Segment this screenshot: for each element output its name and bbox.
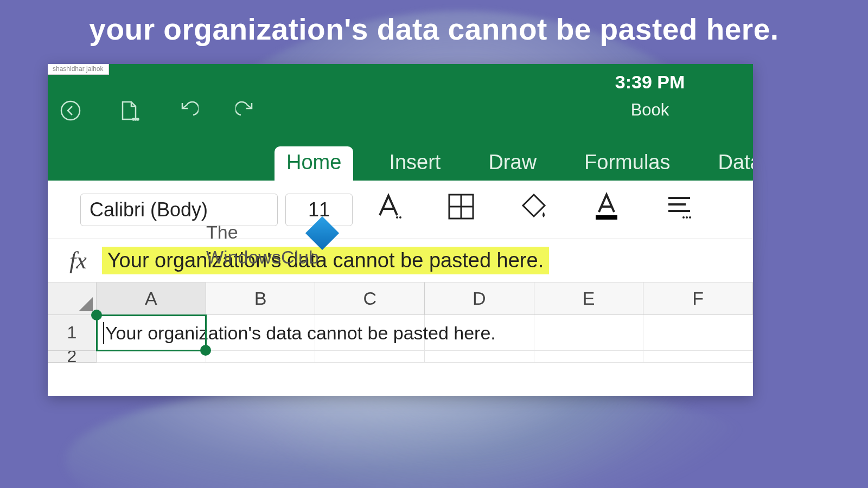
cell-B2[interactable]	[206, 351, 316, 363]
column-header-C[interactable]: C	[315, 282, 425, 315]
undo-button[interactable]	[175, 98, 201, 124]
select-all-corner[interactable]	[48, 282, 97, 315]
ribbon-tabs: Home Insert Draw Formulas Data	[48, 145, 753, 181]
cell-A2[interactable]	[97, 351, 206, 363]
ribbon-tool-icons	[373, 191, 694, 222]
svg-point-8	[682, 216, 685, 219]
cell-A1[interactable]	[97, 315, 206, 351]
column-header-D[interactable]: D	[425, 282, 534, 315]
cell-E1[interactable]	[534, 315, 644, 351]
back-button[interactable]	[58, 98, 84, 124]
font-format-icon[interactable]	[373, 191, 404, 222]
tab-formulas[interactable]: Formulas	[572, 146, 682, 181]
row-header-1[interactable]: 1	[48, 315, 97, 351]
cell-C2[interactable]	[315, 351, 425, 363]
file-menu-icon[interactable]	[116, 98, 142, 124]
selection-handle-tl[interactable]	[91, 310, 102, 320]
alignment-icon[interactable]	[664, 191, 694, 222]
column-header-F[interactable]: F	[643, 282, 753, 315]
tab-draw[interactable]: Draw	[476, 146, 548, 181]
tab-insert[interactable]: Insert	[377, 146, 452, 181]
svg-point-4	[396, 216, 398, 219]
svg-point-0	[61, 101, 80, 120]
table-row: 1 Your organization's data cannot be pas…	[48, 315, 753, 351]
excel-window: shashidhar jalhok 3:39 PM Book Home Inse…	[48, 64, 753, 396]
workbook-name: Book	[579, 100, 720, 120]
selection-handle-br[interactable]	[200, 345, 211, 356]
column-header-E[interactable]: E	[534, 282, 644, 315]
redo-button[interactable]	[233, 98, 259, 124]
column-header-B[interactable]: B	[206, 282, 316, 315]
quick-access-toolbar	[58, 98, 259, 124]
ribbon-home-row: Calibri (Body) 11	[48, 181, 753, 239]
tab-home[interactable]: Home	[275, 146, 353, 181]
svg-point-9	[686, 216, 688, 219]
title-info: 3:39 PM Book	[579, 72, 720, 120]
font-size-select[interactable]: 11	[285, 194, 353, 226]
svg-point-3	[137, 119, 139, 120]
svg-point-5	[399, 216, 401, 219]
formula-bar: fx Your organization's data cannot be pa…	[48, 239, 753, 282]
formula-bar-input[interactable]: Your organization's data cannot be paste…	[102, 247, 549, 274]
svg-point-10	[689, 216, 691, 219]
clock-time: 3:39 PM	[579, 72, 720, 93]
tab-data[interactable]: Data	[706, 146, 753, 181]
font-name-select[interactable]: Calibri (Body)	[80, 194, 278, 226]
fx-label: fx	[69, 247, 87, 274]
fill-color-icon[interactable]	[519, 191, 549, 222]
svg-point-1	[133, 119, 135, 120]
cell-F1[interactable]	[643, 315, 753, 351]
borders-icon[interactable]	[446, 191, 476, 222]
spreadsheet-grid: A B C D E F 1 Your organization's data c…	[48, 282, 753, 363]
titlebar: 3:39 PM Book Home Insert Draw Formulas D…	[48, 64, 753, 181]
font-color-icon[interactable]	[591, 191, 622, 222]
table-row: 2	[48, 351, 753, 363]
column-header-A[interactable]: A	[97, 282, 206, 315]
svg-rect-7	[596, 215, 617, 220]
cell-F2[interactable]	[643, 351, 753, 363]
cell-D2[interactable]	[425, 351, 534, 363]
headline-text: your organization's data cannot be paste…	[0, 12, 868, 47]
user-badge: shashidhar jalhok	[48, 64, 109, 75]
svg-point-2	[135, 119, 137, 120]
column-headers-row: A B C D E F	[48, 282, 753, 315]
cell-E2[interactable]	[534, 351, 644, 363]
row-header-2[interactable]: 2	[48, 351, 97, 363]
